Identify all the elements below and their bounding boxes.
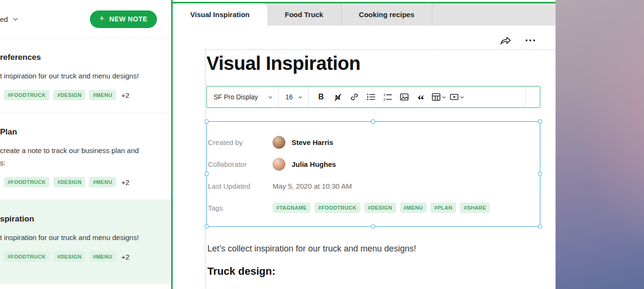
- selection-handle-middle-right[interactable]: [538, 172, 542, 176]
- tag-pill: #DESIGN: [53, 251, 85, 262]
- person-name: Steve Harris: [292, 138, 333, 146]
- meta-tags: #TAGNAME #FOODTRUCK #DESIGN #MENU #PLAN …: [273, 202, 540, 213]
- share-icon: [499, 35, 512, 46]
- note-excerpt-line2: s:: [0, 157, 171, 169]
- notes-sidebar: ed + NEW NOTE references t inspiration f…: [0, 0, 171, 289]
- font-size-value: 16: [285, 93, 293, 101]
- note-page-title[interactable]: Visual Inspiration: [206, 53, 556, 74]
- person-value: Steve Harris: [273, 136, 540, 149]
- link-button[interactable]: [348, 91, 361, 103]
- note-body-paragraph[interactable]: Let’s collect inspiration for our truck …: [207, 244, 556, 254]
- insert-image-button[interactable]: [398, 91, 410, 103]
- svg-text:1: 1: [383, 93, 386, 97]
- meta-label: Collaborator: [208, 160, 273, 168]
- editor-selection-outline: Visual Inspiration SF Pro Display 16: [205, 49, 556, 289]
- tag-pill[interactable]: #MENU: [400, 202, 427, 213]
- sidebar-header: ed + NEW NOTE: [0, 0, 171, 39]
- note-metadata-block[interactable]: Created by Steve Harris Collaborator Jul…: [206, 121, 540, 227]
- tab-food-truck[interactable]: Food Truck: [267, 3, 342, 26]
- toolbar-icon-group: B N: [309, 91, 463, 103]
- note-tags: #FOODTRUCK #DESIGN #MENU +2: [0, 90, 171, 100]
- selection-handle-middle-left[interactable]: [205, 172, 209, 176]
- insert-table-button[interactable]: [431, 91, 445, 103]
- tab-label: Cooking recipes: [359, 10, 415, 19]
- meta-label: Tags: [208, 204, 273, 212]
- meta-row-collaborator: Collaborator Julia Hughes: [208, 153, 540, 175]
- document-actions: [499, 35, 536, 46]
- font-size-select[interactable]: 16: [279, 87, 308, 107]
- note-section-heading[interactable]: Truck design:: [207, 265, 556, 278]
- note-tags: #FOODTRUCK #DESIGN #MENU +2: [0, 251, 171, 262]
- last-updated-value: May 5, 2020 at 10:30 AM: [273, 182, 540, 190]
- selection-handle-top-left[interactable]: [205, 119, 209, 124]
- tab-bar: Visual Inspiration Food Truck Cooking re…: [173, 3, 556, 26]
- note-excerpt: t inspiration for our truck and menu des…: [0, 231, 171, 244]
- tag-pill[interactable]: #FOODTRUCK: [314, 202, 360, 213]
- sort-dropdown[interactable]: ed: [0, 15, 17, 23]
- chevron-down-icon: [299, 95, 302, 98]
- share-button[interactable]: [499, 35, 512, 46]
- bold-button[interactable]: B: [315, 91, 327, 103]
- note-excerpt: create a note to track our business plan…: [0, 144, 171, 169]
- editor-pane-top-border: [173, 0, 556, 3]
- tag-pill[interactable]: #DESIGN: [364, 202, 396, 213]
- image-icon: [400, 92, 409, 102]
- sort-label: ed: [0, 15, 8, 23]
- toolbar-divider: [525, 87, 526, 107]
- selection-handle-top-right[interactable]: [538, 119, 542, 124]
- app-window: ed + NEW NOTE references t inspiration f…: [0, 0, 556, 289]
- selection-handle-bottom-left[interactable]: [205, 224, 209, 229]
- tab-visual-inspiration[interactable]: Visual Inspiration: [173, 3, 267, 26]
- tag-pill[interactable]: #PLAN: [430, 202, 456, 213]
- tag-pill: #MENU: [89, 177, 116, 187]
- avatar: [273, 158, 285, 171]
- note-list-item-plan[interactable]: Plan create a note to track our business…: [0, 113, 171, 200]
- font-family-value: SF Pro Display: [214, 93, 258, 101]
- selection-handle-top-center[interactable]: [371, 119, 375, 124]
- bold-icon: B: [318, 93, 324, 101]
- tag-pill[interactable]: #TAGNAME: [273, 202, 311, 213]
- quote-icon: “: [418, 97, 424, 102]
- clear-formatting-button[interactable]: N: [332, 91, 344, 103]
- numbered-list-button[interactable]: 1 2: [381, 91, 394, 103]
- svg-text:2: 2: [383, 97, 386, 102]
- meta-row-tags: Tags #TAGNAME #FOODTRUCK #DESIGN #MENU #…: [208, 197, 540, 219]
- tag-pill: #MENU: [89, 251, 116, 262]
- tab-cooking-recipes[interactable]: Cooking recipes: [342, 3, 433, 26]
- more-options-button[interactable]: [525, 39, 536, 42]
- video-icon: [449, 92, 459, 102]
- tab-label: Food Truck: [285, 10, 323, 19]
- numbered-list-icon: 1 2: [383, 92, 392, 102]
- meta-row-last-updated: Last Updated May 5, 2020 at 10:30 AM: [208, 175, 540, 197]
- selection-handle-bottom-center[interactable]: [371, 224, 375, 229]
- avatar: [273, 136, 285, 149]
- chevron-down-icon: [269, 95, 272, 98]
- font-family-select[interactable]: SF Pro Display: [207, 87, 278, 107]
- chevron-down-icon: [442, 95, 446, 98]
- link-icon: [350, 92, 359, 102]
- more-tags-count: +2: [121, 178, 129, 186]
- insert-video-button[interactable]: [449, 91, 463, 103]
- blockquote-button[interactable]: “: [415, 91, 427, 103]
- table-icon: [431, 92, 441, 102]
- tab-label: Visual Inspiration: [190, 10, 250, 19]
- new-note-button[interactable]: + NEW NOTE: [90, 10, 157, 28]
- bullet-list-button[interactable]: [365, 91, 377, 103]
- tag-pill: #FOODTRUCK: [4, 251, 49, 262]
- selection-handle-bottom-right[interactable]: [538, 224, 542, 229]
- note-title: references: [0, 53, 171, 62]
- tag-pill: #MENU: [89, 90, 116, 100]
- note-excerpt: t inspiration for our truck and menu des…: [0, 70, 171, 82]
- note-list-item-visual-inspiration-selected[interactable]: spiration t inspiration for our truck an…: [0, 200, 171, 284]
- tag-pill[interactable]: #SHARE: [460, 202, 490, 213]
- tag-pill: #FOODTRUCK: [4, 177, 49, 187]
- desktop-wallpaper: [556, 0, 644, 289]
- note-title: spiration: [0, 214, 171, 224]
- person-name: Julia Hughes: [292, 160, 336, 168]
- tag-pill: #DESIGN: [53, 90, 85, 100]
- formatting-toolbar: SF Pro Display 16 B N: [206, 86, 540, 108]
- meta-label: Created by: [208, 138, 273, 146]
- new-note-label: NEW NOTE: [109, 15, 147, 23]
- person-value: Julia Hughes: [273, 158, 540, 171]
- note-list-item-preferences[interactable]: references t inspiration for our truck a…: [0, 39, 171, 113]
